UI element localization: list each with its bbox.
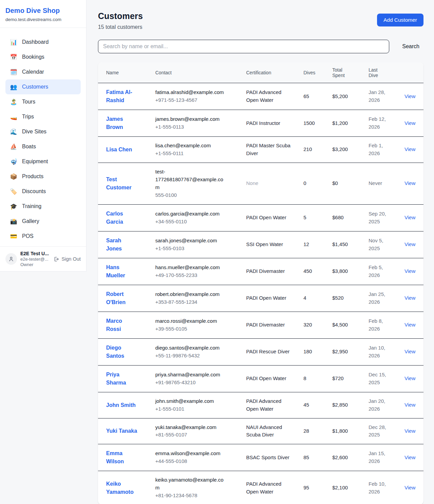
sidebar-item-dashboard[interactable]: 📊 Dashboard bbox=[5, 35, 81, 50]
view-link[interactable]: View bbox=[405, 214, 415, 220]
customer-email: robert.obrien@example.com bbox=[155, 291, 227, 298]
customer-email: lisa.chen@example.com bbox=[155, 142, 227, 150]
user-section: E2E Test U... e2e-tester@... Owner Sign … bbox=[0, 246, 86, 271]
dashboard-icon: 📊 bbox=[9, 39, 18, 46]
customer-last-dive: Sep 20, 2025 bbox=[360, 205, 396, 231]
column-header-total-spent: Total Spent bbox=[324, 62, 360, 83]
customer-last-dive: Feb 12, 2026 bbox=[360, 110, 396, 137]
customer-name-link[interactable]: Keiko Yamamoto bbox=[106, 480, 137, 496]
customer-name-link[interactable]: Sarah Jones bbox=[106, 237, 137, 253]
table-row: Carlos Garcia carlos.garcia@example.com … bbox=[98, 205, 423, 231]
customer-name-link[interactable]: Diego Santos bbox=[106, 344, 137, 360]
sidebar-item-discounts[interactable]: 🏷️ Discounts bbox=[5, 184, 81, 199]
customer-dives: 45 bbox=[295, 392, 324, 418]
customer-name-link[interactable]: Lisa Chen bbox=[106, 146, 132, 154]
table-row: Emma Wilson emma.wilson@example.com +44-… bbox=[98, 444, 423, 471]
customer-name-link[interactable]: Yuki Tanaka bbox=[106, 427, 137, 435]
table-row: Hans Mueller hans.mueller@example.com +4… bbox=[98, 258, 423, 285]
customer-name-link[interactable]: Marco Rossi bbox=[106, 317, 137, 333]
sidebar-item-calendar[interactable]: 🗓️ Calendar bbox=[5, 64, 81, 79]
customer-name-link[interactable]: James Brown bbox=[106, 115, 137, 131]
customer-name-link[interactable]: Robert O'Brien bbox=[106, 290, 137, 306]
sidebar-item-pos[interactable]: 💳 POS bbox=[5, 229, 81, 244]
customer-dives: 320 bbox=[295, 312, 324, 339]
customer-certification: SSI Open Water bbox=[238, 231, 295, 258]
customer-last-dive: Jan 10, 2026 bbox=[360, 339, 396, 366]
customer-name-link[interactable]: Test Customer bbox=[106, 175, 137, 192]
customer-certification: PADI Open Water bbox=[238, 285, 295, 312]
view-link[interactable]: View bbox=[405, 268, 415, 274]
gallery-icon: 📸 bbox=[9, 218, 18, 225]
customer-total-spent: $4,500 bbox=[324, 312, 360, 339]
search-button[interactable]: Search bbox=[398, 41, 423, 52]
table-row: James Brown james.brown@example.com +1-5… bbox=[98, 110, 423, 137]
view-link[interactable]: View bbox=[405, 146, 415, 152]
view-link[interactable]: View bbox=[405, 375, 415, 381]
customer-email: marco.rossi@example.com bbox=[155, 317, 227, 325]
view-link[interactable]: View bbox=[405, 485, 415, 490]
user-info: E2E Test U... e2e-tester@... Owner bbox=[20, 251, 50, 267]
customer-name-link[interactable]: John Smith bbox=[106, 401, 136, 409]
customer-name-link[interactable]: Hans Mueller bbox=[106, 263, 137, 280]
table-row: Sarah Jones sarah.jones@example.com +1-5… bbox=[98, 231, 423, 258]
sidebar-item-gallery[interactable]: 📸 Gallery bbox=[5, 214, 81, 229]
equipment-icon: 🤿 bbox=[9, 158, 18, 165]
customers-icon: 👥 bbox=[9, 83, 18, 91]
customer-last-dive: Jan 25, 2026 bbox=[360, 285, 396, 312]
customer-name-link[interactable]: Emma Wilson bbox=[106, 449, 137, 466]
customer-dives: 0 bbox=[295, 163, 324, 205]
view-link[interactable]: View bbox=[405, 295, 415, 301]
view-link[interactable]: View bbox=[405, 454, 415, 460]
view-link[interactable]: View bbox=[405, 93, 415, 99]
sidebar-item-trips[interactable]: 🚤 Trips bbox=[5, 109, 81, 124]
column-header-name: Name bbox=[98, 62, 147, 83]
customer-certification: PADI Advanced Open Water bbox=[238, 392, 295, 418]
customer-phone: +91-98765-43210 bbox=[155, 379, 235, 387]
view-link[interactable]: View bbox=[405, 402, 415, 408]
customer-phone: +49-170-555-2233 bbox=[155, 272, 235, 279]
customer-dives: 8 bbox=[295, 366, 324, 392]
customer-email: james.brown@example.com bbox=[155, 115, 227, 123]
customer-total-spent: $2,850 bbox=[324, 392, 360, 418]
sidebar-item-boats[interactable]: ⛵ Boats bbox=[5, 139, 81, 154]
customer-name-link[interactable]: Fatima Al-Rashid bbox=[106, 88, 137, 105]
sidebar-item-customers[interactable]: 👥 Customers bbox=[5, 79, 81, 94]
sign-out-button[interactable]: Sign Out bbox=[54, 256, 81, 262]
table-header: NameContactCertificationDivesTotal Spent… bbox=[98, 62, 423, 83]
view-link[interactable]: View bbox=[405, 349, 415, 354]
customer-total-spent: $3,200 bbox=[324, 137, 360, 163]
table-row: Robert O'Brien robert.obrien@example.com… bbox=[98, 285, 423, 312]
customer-email: hans.mueller@example.com bbox=[155, 264, 227, 272]
add-customer-button[interactable]: Add Customer bbox=[377, 14, 423, 26]
view-link[interactable]: View bbox=[405, 241, 415, 247]
customer-dives: 210 bbox=[295, 137, 324, 163]
customer-name-link[interactable]: Priya Sharma bbox=[106, 371, 137, 387]
sidebar-item-bookings[interactable]: 📅 Bookings bbox=[5, 50, 81, 64]
sidebar-item-label: POS bbox=[22, 233, 34, 239]
view-link[interactable]: View bbox=[405, 120, 415, 126]
customer-last-dive: Jan 15, 2026 bbox=[360, 444, 396, 471]
sidebar-item-label: Dive Sites bbox=[22, 129, 46, 135]
view-link[interactable]: View bbox=[405, 428, 415, 434]
sidebar-item-equipment[interactable]: 🤿 Equipment bbox=[5, 154, 81, 169]
customer-last-dive: Feb 8, 2026 bbox=[360, 312, 396, 339]
customer-phone: +1-555-0101 bbox=[155, 405, 235, 413]
sidebar-item-dive-sites[interactable]: 🌊 Dive Sites bbox=[5, 124, 81, 139]
sidebar-item-training[interactable]: 🎓 Training bbox=[5, 199, 81, 214]
table-row: Diego Santos diego.santos@example.com +5… bbox=[98, 339, 423, 366]
customer-total-spent: $1,450 bbox=[324, 231, 360, 258]
dive-sites-icon: 🌊 bbox=[9, 128, 18, 135]
customer-total-spent: $1,800 bbox=[324, 418, 360, 445]
view-link[interactable]: View bbox=[405, 180, 415, 186]
sidebar-item-tours[interactable]: 🏝️ Tours bbox=[5, 94, 81, 109]
search-input[interactable] bbox=[98, 40, 389, 53]
customer-last-dive: Jan 20, 2026 bbox=[360, 392, 396, 418]
sign-out-label: Sign Out bbox=[62, 256, 81, 262]
customer-total-spent: $2,100 bbox=[324, 471, 360, 504]
view-link[interactable]: View bbox=[405, 322, 415, 328]
customer-email: john.smith@example.com bbox=[155, 397, 227, 405]
customer-dives: 450 bbox=[295, 258, 324, 285]
sidebar-item-label: Discounts bbox=[22, 188, 46, 194]
customer-name-link[interactable]: Carlos Garcia bbox=[106, 210, 137, 226]
sidebar-item-products[interactable]: 📦 Products bbox=[5, 169, 81, 184]
